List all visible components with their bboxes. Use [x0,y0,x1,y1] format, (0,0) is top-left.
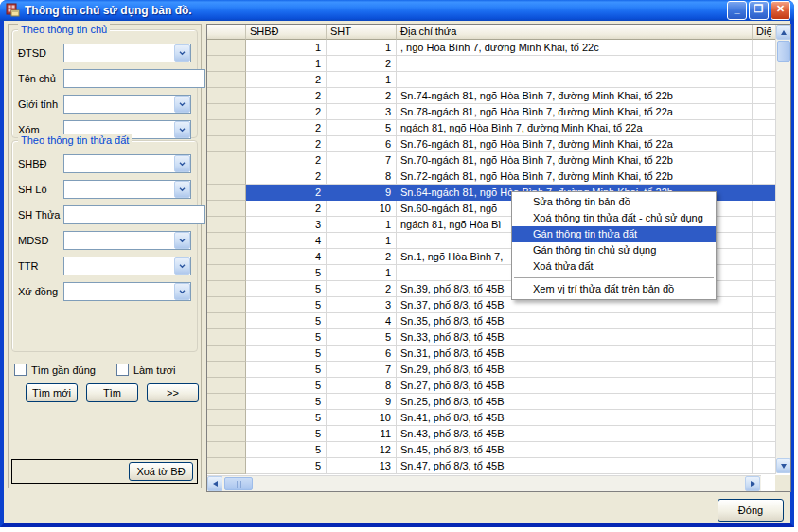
chevron-down-icon[interactable] [174,155,190,172]
cell-dien[interactable] [753,362,776,378]
cell-address[interactable]: , ngõ Hòa Bình 7, đường Minh Khai, tổ 22… [397,40,753,56]
table-row[interactable]: 511Sn.43, phố 8/3, tổ 45B [207,426,776,442]
cell-sht[interactable]: 3 [327,104,397,120]
cell-sht[interactable]: 9 [327,394,397,410]
row-selector[interactable] [207,346,246,362]
row-selector[interactable] [207,378,246,394]
column-header-selector[interactable] [207,25,246,40]
column-header-Diệ[interactable]: Diệ [753,25,776,40]
more-button[interactable]: >> [147,383,199,402]
cell-sht[interactable]: 10 [327,201,397,217]
cell-shbd[interactable]: 5 [246,378,327,394]
cell-sht[interactable]: 3 [327,297,397,313]
cell-address[interactable]: Sn.29, phố 8/3, tổ 45B [397,362,753,378]
table-row[interactable]: 58Sn.27, phố 8/3, tổ 45B [207,378,776,394]
menu-item[interactable]: Gán thông tin thửa đất [512,226,716,242]
scroll-left-button[interactable] [207,476,222,491]
cell-sht[interactable]: 1 [327,72,397,88]
cell-sht[interactable]: 7 [327,362,397,378]
row-selector[interactable] [207,249,246,265]
menu-item[interactable]: Xem vị trí thửa đất trên bản đồ [512,281,716,297]
cell-sht[interactable]: 8 [327,378,397,394]
delete-sheet-button[interactable]: Xoá tờ BĐ [129,462,193,481]
chevron-down-icon[interactable] [174,283,190,300]
column-header-SHT[interactable]: SHT [327,25,397,40]
horizontal-scrollbar[interactable] [207,475,761,491]
table-row[interactable]: 56Sn.31, phố 8/3, tổ 45B [207,346,776,362]
cell-shbd[interactable]: 2 [246,152,327,168]
cell-shbd[interactable]: 5 [246,410,327,426]
menu-item[interactable]: Xoá thửa đất [512,258,716,275]
row-selector[interactable] [207,281,246,297]
cell-dien[interactable] [753,442,776,458]
cell-address[interactable]: Sn.25, phố 8/3, tổ 45B [397,394,753,410]
cell-dien[interactable] [753,217,776,233]
cell-shbd[interactable]: 3 [246,217,327,233]
cell-address[interactable]: Sn.27, phố 8/3, tổ 45B [397,378,753,394]
row-selector[interactable] [207,136,246,152]
column-header-Địa chỉ thửa[interactable]: Địa chỉ thửa [397,25,753,40]
cell-dien[interactable] [753,104,776,120]
cell-dien[interactable] [753,88,776,104]
cell-shbd[interactable]: 2 [246,104,327,120]
cell-dien[interactable] [753,249,776,265]
chevron-down-icon[interactable] [174,181,190,198]
cell-shbd[interactable]: 4 [246,249,327,265]
cell-shbd[interactable]: 1 [246,40,327,56]
cell-address[interactable]: Sn.76-ngách 81, ngõ Hòa Bình 7, đường Mi… [397,136,753,152]
row-selector[interactable] [207,426,246,442]
cell-dien[interactable] [753,201,776,217]
table-row[interactable]: 27Sn.70-ngách 81, ngõ Hòa Bình 7, đường … [207,152,776,168]
row-selector[interactable] [207,56,246,72]
cell-shbd[interactable]: 2 [246,72,327,88]
cell-sht[interactable]: 1 [327,40,397,56]
cell-dien[interactable] [753,40,776,56]
cell-address[interactable]: Sn.72-ngách 81, ngõ Hòa Bình 7, đường Mi… [397,168,753,185]
menu-item[interactable]: Gán thông tin chủ sử dụng [512,242,716,258]
cell-dien[interactable] [753,56,776,72]
table-row[interactable]: 23Sn.78-ngách 81, ngõ Hòa Bình 7, đường … [207,104,776,120]
scroll-down-button[interactable] [776,458,791,473]
row-selector[interactable] [207,394,246,410]
cell-sht[interactable]: 1 [327,217,397,233]
cell-dien[interactable] [753,72,776,88]
row-selector[interactable] [207,201,246,217]
cell-sht[interactable]: 11 [327,426,397,442]
cell-address[interactable] [397,56,753,72]
cell-shbd[interactable]: 5 [246,442,327,458]
cell-address[interactable]: Sn.74-ngách 81, ngõ Hòa Bình 7, đường Mi… [397,88,753,104]
chevron-down-icon[interactable] [174,121,190,138]
cell-sht[interactable]: 2 [327,281,397,297]
horizontal-scroll-thumb[interactable] [224,477,253,490]
cell-address[interactable]: Sn.45, phố 8/3, tổ 45B [397,442,753,458]
mdsd-combobox[interactable] [63,231,191,250]
cell-dien[interactable] [753,313,776,329]
cell-address[interactable]: Sn.78-ngách 81, ngõ Hòa Bình 7, đường Mi… [397,104,753,120]
xứ-đồng-combobox[interactable] [63,282,191,301]
minimize-button[interactable]: _ [727,1,747,20]
table-row[interactable]: 59Sn.25, phố 8/3, tổ 45B [207,394,776,410]
cell-dien[interactable] [753,458,776,474]
cell-sht[interactable]: 9 [327,185,397,201]
cell-dien[interactable] [753,297,776,313]
cell-sht[interactable]: 7 [327,152,397,168]
cell-shbd[interactable]: 2 [246,168,327,185]
row-selector[interactable] [207,233,246,249]
cell-shbd[interactable]: 5 [246,313,327,329]
giới-tính-combobox[interactable] [63,95,191,114]
cell-shbd[interactable]: 5 [246,265,327,281]
tên-chủ-input[interactable] [63,69,205,88]
cell-dien[interactable] [753,136,776,152]
cell-dien[interactable] [753,394,776,410]
vertical-scroll-thumb[interactable] [777,41,790,62]
cell-address[interactable] [397,72,753,88]
row-selector[interactable] [207,104,246,120]
cell-shbd[interactable]: 5 [246,346,327,362]
refresh-checkbox[interactable]: Làm tươi [116,364,176,376]
approximate-search-checkbox[interactable]: Tìm gần đúng [14,364,96,376]
cell-sht[interactable]: 10 [327,410,397,426]
cell-dien[interactable] [753,152,776,168]
cell-address[interactable]: Sn.35, phố 8/3, tổ 45B [397,313,753,329]
close-dialog-button[interactable]: Đóng [718,499,784,522]
row-selector[interactable] [207,458,246,474]
